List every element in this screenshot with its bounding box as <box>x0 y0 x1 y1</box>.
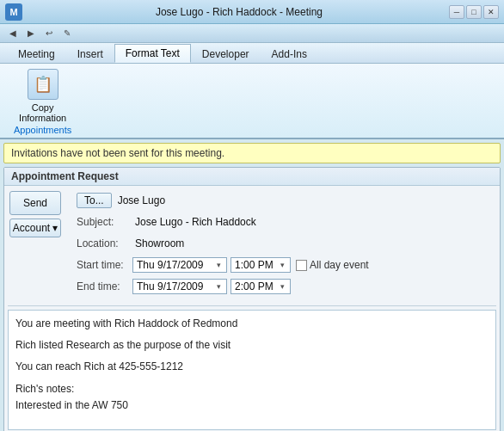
left-panel: Send Account ▾ <box>9 191 70 299</box>
maximize-button[interactable]: □ <box>466 5 482 19</box>
body-notes-content: Interested in the AW 750 <box>15 399 128 411</box>
subject-row: Subject: Jose Lugo - Rich Haddock <box>77 212 495 231</box>
body-line-1: You are meeting with Rich Haddock of Red… <box>15 316 489 332</box>
form-area: Send Account ▾ To... Jose Lugo Subject: … <box>4 186 500 304</box>
tab-insert[interactable]: Insert <box>66 45 114 63</box>
window-title: Jose Lugo - Rich Haddock - Meeting <box>29 6 449 18</box>
appointments-link[interactable]: Appointments <box>14 125 71 135</box>
start-date-field[interactable]: Thu 9/17/2009 ▾ <box>132 257 227 273</box>
divider <box>8 305 496 306</box>
account-dropdown-icon: ▾ <box>52 222 58 234</box>
to-button[interactable]: To... <box>77 193 112 208</box>
end-label: End time: <box>77 280 132 292</box>
send-button[interactable]: Send <box>9 191 61 215</box>
tab-format-text[interactable]: Format Text <box>114 44 191 63</box>
start-date-arrow[interactable]: ▾ <box>215 261 223 269</box>
title-bar: M Jose Lugo - Rich Haddock - Meeting ─ □… <box>0 0 504 24</box>
tab-meeting[interactable]: Meeting <box>7 45 66 63</box>
window-controls: ─ □ ✕ <box>449 5 499 19</box>
start-date-value: Thu 9/17/2009 <box>137 259 203 271</box>
start-time-field[interactable]: 1:00 PM ▾ <box>230 257 291 273</box>
edit-button[interactable]: ✎ <box>59 26 75 41</box>
allday-area: All day event <box>296 259 369 271</box>
copy-information-button[interactable]: 📋 CopyInformation <box>15 67 70 125</box>
body-area[interactable]: You are meeting with Rich Haddock of Red… <box>8 310 496 430</box>
quick-access-toolbar: ◀ ▶ ↩ ✎ <box>0 24 504 43</box>
close-button[interactable]: ✕ <box>483 5 499 19</box>
location-label: Location: <box>77 237 132 249</box>
subject-label: Subject: <box>77 216 132 228</box>
forward-button[interactable]: ▶ <box>23 26 39 41</box>
start-time-value: 1:00 PM <box>235 259 274 271</box>
to-row: To... Jose Lugo <box>77 191 495 210</box>
app-icon: M <box>5 3 22 21</box>
body-line-4: Rich's notes: Interested in the AW 750 <box>15 381 489 414</box>
back-button[interactable]: ◀ <box>5 26 21 41</box>
end-time-row: End time: Thu 9/17/2009 ▾ 2:00 PM ▾ <box>77 277 495 296</box>
to-value: Jose Lugo <box>115 194 495 207</box>
end-date-arrow[interactable]: ▾ <box>215 282 223 291</box>
copy-info-icon: 📋 <box>28 69 58 100</box>
end-date-value: Thu 9/17/2009 <box>137 280 203 292</box>
end-time-field[interactable]: 2:00 PM ▾ <box>230 279 291 294</box>
tab-addins[interactable]: Add-Ins <box>261 45 318 63</box>
account-button[interactable]: Account ▾ <box>9 219 61 237</box>
body-notes-header: Rich's notes: <box>15 383 74 395</box>
start-label: Start time: <box>77 259 132 271</box>
allday-checkbox[interactable] <box>296 260 307 271</box>
ribbon-content: 📋 CopyInformation Appointments <box>0 64 504 139</box>
end-date-field[interactable]: Thu 9/17/2009 ▾ <box>132 279 227 294</box>
ribbon-group-copyinfo: 📋 CopyInformation Appointments <box>7 67 78 135</box>
appointment-area: Appointment Request Send Account ▾ To...… <box>3 167 501 431</box>
subject-value: Jose Lugo - Rich Haddock <box>132 215 495 229</box>
allday-label: All day event <box>310 259 369 271</box>
tab-developer[interactable]: Developer <box>191 45 261 63</box>
body-line-3: You can reach Rich at 425-555-1212 <box>15 359 489 375</box>
ribbon-tabs: Meeting Insert Format Text Developer Add… <box>0 43 504 64</box>
body-line-2: Rich listed Research as the purpose of t… <box>15 337 489 354</box>
account-label: Account <box>13 222 50 234</box>
minimize-button[interactable]: ─ <box>449 5 464 19</box>
appointment-header: Appointment Request <box>4 168 500 186</box>
undo-button[interactable]: ↩ <box>41 26 57 41</box>
end-time-value: 2:00 PM <box>235 280 274 292</box>
copy-info-label: CopyInformation <box>19 102 66 123</box>
right-panel: To... Jose Lugo Subject: Jose Lugo - Ric… <box>77 191 495 299</box>
start-time-row: Start time: Thu 9/17/2009 ▾ 1:00 PM ▾ Al… <box>77 256 495 274</box>
notification-text: Invitations have not been sent for this … <box>11 147 224 159</box>
location-row: Location: Showroom <box>77 234 495 253</box>
location-value: Showroom <box>132 237 495 250</box>
notification-bar: Invitations have not been sent for this … <box>3 143 501 163</box>
start-time-arrow[interactable]: ▾ <box>279 261 286 269</box>
end-time-arrow[interactable]: ▾ <box>279 282 286 291</box>
